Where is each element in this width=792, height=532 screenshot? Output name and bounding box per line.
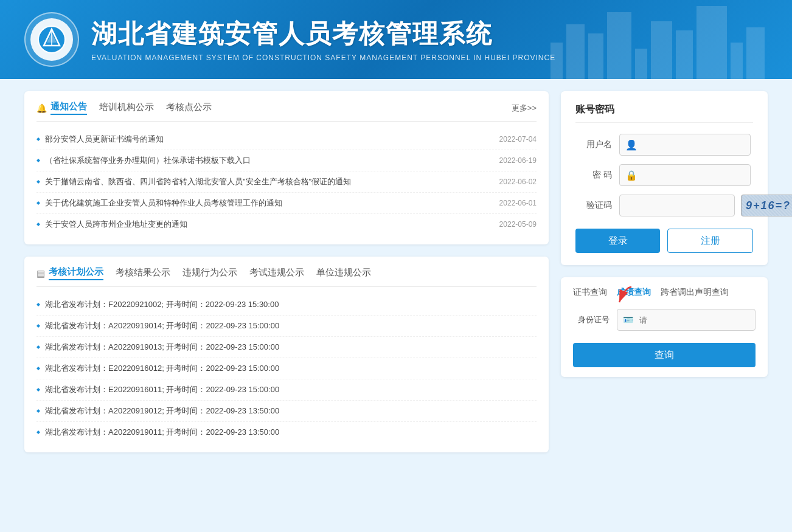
red-arrow-indicator <box>607 284 637 311</box>
news-text: 部分安管人员更新证书编号的通知 <box>45 134 487 145</box>
query-panel: 证书查询 成绩查询 跨省调出声明查询 身份证号 🪪 <box>561 277 768 377</box>
password-label: 密 码 <box>575 170 612 181</box>
username-label: 用户名 <box>575 139 612 150</box>
bullet-icon <box>36 430 40 434</box>
bullet-icon <box>36 159 40 162</box>
tab-exam-violation[interactable]: 考试违规公示 <box>249 267 304 280</box>
plan-text: 湖北省发布计划：A20220919012; 开考时间：2022-09-23 13… <box>45 406 279 416</box>
news-date: 2022-05-09 <box>499 220 537 229</box>
tab-exam-sites[interactable]: 考核点公示 <box>166 102 212 114</box>
bullet-icon <box>36 223 40 226</box>
captcha-input[interactable] <box>619 195 735 216</box>
list-item[interactable]: 湖北省发布计划：E20220916011; 开考时间：2022-09-23 15… <box>36 379 537 401</box>
plan-text: 湖北省发布计划：F20220921002; 开考时间：2022-09-23 15… <box>45 299 279 310</box>
bullet-icon <box>36 324 40 328</box>
id-icon: 🪪 <box>623 315 633 325</box>
button-row: 登录 注册 <box>575 229 753 253</box>
header-subtitle: EVALUATION MANAGEMENT SYSTEM OF CONSTRUC… <box>91 54 555 62</box>
bullet-icon <box>36 345 40 349</box>
list-item[interactable]: 湖北省发布计划：A20220919014; 开考时间：2022-09-23 15… <box>36 316 537 337</box>
username-input-wrap: 👤 <box>619 134 753 156</box>
header-text: 湖北省建筑安管人员考核管理系统 EVALUATION MANAGEMENT SY… <box>91 17 555 62</box>
news-text: 关于安管人员跨市州企业地址变更的通知 <box>45 219 487 230</box>
list-item[interactable]: 关于优化建筑施工企业安管人员和特种作业人员考核管理工作的通知 2022-06-0… <box>36 193 537 214</box>
id-label: 身份证号 <box>573 314 610 325</box>
plans-tabs: ▤ 考核计划公示 考核结果公示 违规行为公示 考试违规公示 单位违规公示 <box>36 266 537 287</box>
id-row: 身份证号 🪪 <box>573 309 756 331</box>
bullet-icon <box>36 367 40 370</box>
list-item[interactable]: 湖北省发布计划：A20220919011; 开考时间：2022-09-23 13… <box>36 422 537 443</box>
news-text: （省社保系统暂停业务办理期间）社保承诺书模板下载入口 <box>45 155 487 166</box>
plan-text: 湖北省发布计划：A20220919013; 开考时间：2022-09-23 15… <box>45 342 279 353</box>
more-link[interactable]: 更多>> <box>512 103 537 114</box>
plan-text: 湖北省发布计划：E20220916011; 开考时间：2022-09-23 15… <box>45 384 279 395</box>
notices-tabs: 🔔 通知公告 培训机构公示 考核点公示 更多>> <box>36 101 537 122</box>
tab-result-announce[interactable]: 考核结果公示 <box>116 267 170 280</box>
captcha-wrap: 9+16=? <box>619 195 792 216</box>
plan-list: 湖北省发布计划：F20220921002; 开考时间：2022-09-23 15… <box>36 294 537 443</box>
list-item[interactable]: 湖北省发布计划：A20220919012; 开考时间：2022-09-23 13… <box>36 401 537 422</box>
logo <box>24 12 79 67</box>
list-item[interactable]: 关于安管人员跨市州企业地址变更的通知 2022-05-09 <box>36 214 537 235</box>
list-item[interactable]: 部分安管人员更新证书编号的通知 2022-07-04 <box>36 129 537 150</box>
bullet-icon <box>36 303 40 306</box>
tab-plan-announce[interactable]: 考核计划公示 <box>49 266 103 280</box>
plan-text: 湖北省发布计划：A20220919011; 开考时间：2022-09-23 13… <box>45 427 279 438</box>
list-item[interactable]: 湖北省发布计划：A20220919013; 开考时间：2022-09-23 15… <box>36 337 537 358</box>
logo-icon <box>30 18 73 61</box>
plans-panel: ▤ 考核计划公示 考核结果公示 违规行为公示 考试违规公示 单位违规公示 湖北省… <box>24 257 549 452</box>
tab-transfer-query[interactable]: 跨省调出声明查询 <box>661 287 729 299</box>
tab-training[interactable]: 培训机构公示 <box>99 102 154 114</box>
password-input[interactable] <box>619 164 751 186</box>
tab-unit-violation[interactable]: 单位违规公示 <box>316 267 371 280</box>
list-item[interactable]: （省社保系统暂停业务办理期间）社保承诺书模板下载入口 2022-06-19 <box>36 150 537 171</box>
list-item[interactable]: 湖北省发布计划：E20220916012; 开考时间：2022-09-23 15… <box>36 358 537 379</box>
password-input-wrap: 🔒 <box>619 164 753 186</box>
id-input[interactable] <box>617 309 756 331</box>
captcha-image[interactable]: 9+16=? <box>741 195 792 216</box>
news-text: 关于优化建筑施工企业安管人员和特种作业人员考核管理工作的通知 <box>45 198 487 209</box>
plan-icon: ▤ <box>36 268 45 279</box>
plan-text: 湖北省发布计划：E20220916012; 开考时间：2022-09-23 15… <box>45 363 279 374</box>
news-list: 部分安管人员更新证书编号的通知 2022-07-04 （省社保系统暂停业务办理期… <box>36 129 537 235</box>
captcha-label: 验证码 <box>575 200 612 211</box>
login-panel: 账号密码 用户名 👤 密 码 🔒 验证码 9+16=? <box>561 91 768 265</box>
lock-icon: 🔒 <box>625 170 637 181</box>
notices-panel: 🔔 通知公告 培训机构公示 考核点公示 更多>> 部分安管人员更新证书编号的通知… <box>24 91 549 244</box>
login-button[interactable]: 登录 <box>575 229 660 253</box>
bullet-icon <box>36 137 40 141</box>
header-bg <box>549 0 792 79</box>
header-title: 湖北省建筑安管人员考核管理系统 <box>91 17 555 51</box>
user-icon: 👤 <box>625 139 637 151</box>
login-title: 账号密码 <box>575 103 753 123</box>
list-item[interactable]: 关于撤销云南省、陕西省、四川省跨省转入湖北安管人员"安全生产考核合格"假证的通知… <box>36 171 537 193</box>
left-column: 🔔 通知公告 培训机构公示 考核点公示 更多>> 部分安管人员更新证书编号的通知… <box>24 91 549 452</box>
query-tabs: 证书查询 成绩查询 跨省调出声明查询 <box>573 287 756 299</box>
news-date: 2022-06-19 <box>499 156 537 165</box>
right-column: 账号密码 用户名 👤 密 码 🔒 验证码 9+16=? <box>561 91 768 452</box>
tab-cert-query[interactable]: 证书查询 <box>573 287 607 299</box>
username-input[interactable] <box>619 134 751 156</box>
tab-violation[interactable]: 违规行为公示 <box>182 267 237 280</box>
password-row: 密 码 🔒 <box>575 164 753 186</box>
captcha-row: 验证码 9+16=? <box>575 195 753 216</box>
bullet-icon <box>36 409 40 413</box>
query-button[interactable]: 查询 <box>573 343 756 367</box>
plan-text: 湖北省发布计划：A20220919014; 开考时间：2022-09-23 15… <box>45 320 279 331</box>
bullet-icon <box>36 388 40 392</box>
bullet-icon <box>36 201 40 205</box>
news-date: 2022-07-04 <box>499 135 537 143</box>
username-row: 用户名 👤 <box>575 134 753 156</box>
notice-icon: 🔔 <box>36 103 47 113</box>
list-item[interactable]: 湖北省发布计划：F20220921002; 开考时间：2022-09-23 15… <box>36 294 537 316</box>
news-date: 2022-06-02 <box>499 178 537 186</box>
news-text: 关于撤销云南省、陕西省、四川省跨省转入湖北安管人员"安全生产考核合格"假证的通知 <box>45 176 487 187</box>
header: 湖北省建筑安管人员考核管理系统 EVALUATION MANAGEMENT SY… <box>0 0 792 79</box>
tab-notices[interactable]: 通知公告 <box>50 101 87 115</box>
bullet-icon <box>36 180 40 184</box>
news-date: 2022-06-01 <box>499 199 537 207</box>
register-button[interactable]: 注册 <box>667 229 753 253</box>
id-input-wrap: 🪪 <box>617 309 756 331</box>
